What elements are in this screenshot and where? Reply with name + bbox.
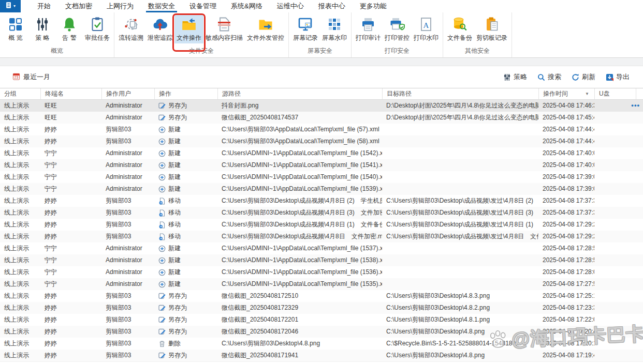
operation-cell: 新建 — [154, 135, 217, 147]
ribbon-item-1-2[interactable]: 策 略 — [29, 15, 56, 43]
column-header-3[interactable]: 操作用户 — [101, 88, 154, 99]
time-cell: 2025-04-08 17:44:45 — [538, 135, 594, 147]
file-outgoing-folder-icon — [258, 17, 273, 32]
ribbon-item-5-2[interactable]: 剪切板记录 — [474, 15, 509, 43]
toolbar-action-2[interactable]: 搜索 — [537, 72, 561, 82]
ribbon-group-label: 其他安全 — [445, 46, 509, 57]
app-menu-button[interactable]: ▾ — [0, 0, 21, 12]
menu-tab-8[interactable]: 报表中心 — [311, 0, 353, 12]
source-path-cell — [217, 362, 382, 364]
toolbar-action-3[interactable]: 刷新 — [572, 72, 595, 82]
terminal-cell: 宁宁 — [40, 159, 101, 171]
save-as-icon — [158, 328, 166, 336]
filter-dropdown-icon[interactable]: ▼ — [585, 88, 589, 99]
table-row[interactable]: 线上演示婷婷剪辑部03另存为微信截图_20250408171941C:\User… — [0, 350, 643, 361]
usb-cell — [594, 219, 636, 231]
table-row[interactable]: 线上演示宁宁Administrator新建C:\Users\ADMINI~1\A… — [0, 278, 643, 290]
table-row[interactable]: 线上演示婷婷剪辑部03另存为微信截图_20250408172201C:\User… — [0, 314, 643, 326]
ribbon-item-2-5[interactable]: 文件外发管控 — [245, 15, 286, 43]
table-row[interactable]: 线上演示婷婷剪辑部03移动C:\Users\剪辑部03\Desktop\成品视频… — [0, 219, 643, 231]
table-row[interactable]: 线上演示婷婷剪辑部03新建C:\Users\剪辑部03\AppData\Loca… — [0, 124, 643, 135]
table-row[interactable]: 线上演示宁宁Administrator新建C:\Users\ADMINI~1\A… — [0, 254, 643, 266]
ribbon-item-4-3[interactable]: A打印水印 — [412, 15, 441, 43]
operation-cell: 另存为 — [154, 314, 217, 326]
file-operation-folder-icon — [181, 17, 197, 32]
table-row[interactable]: 线上演示宁宁Administrator新建C:\Users\ADMINI~1\A… — [0, 147, 643, 159]
column-header-6[interactable]: 目标路径 — [382, 88, 538, 99]
table-row[interactable]: 线上演示宁宁Administrator新建C:\Users\ADMINI~1\A… — [0, 242, 643, 254]
user-cell: Administrator — [101, 171, 154, 183]
table-row[interactable]: 线上演示宁宁Administrator新建C:\Users\ADMINI~1\A… — [0, 183, 643, 195]
column-header-7[interactable]: 操作时间▼ — [538, 88, 594, 99]
operation-label: 新建 — [168, 159, 181, 171]
row-more-menu-icon[interactable]: ••• — [631, 100, 640, 111]
ribbon-item-2-4[interactable]: 敏感内容扫描 — [203, 15, 245, 43]
ribbon-item-3-2[interactable]: 屏幕水印 — [320, 15, 349, 43]
table-row[interactable]: 线上演示婷婷剪辑部03移动C:\Users\剪辑部03\Desktop\成品视频… — [0, 207, 643, 219]
operation-label: 新建 — [168, 124, 181, 135]
column-header-4[interactable]: 操作 — [154, 88, 217, 99]
table-row[interactable]: 线上演示宁宁Administrator新建C:\Users\ADMINI~1\A… — [0, 266, 643, 278]
table-row[interactable]: 线上演示婷婷剪辑部03移动C:\Users\剪辑部03\Desktop\成品视频… — [0, 195, 643, 207]
table-body: 线上演示旺旺Administrator另存为抖音封面.pngD:\Desktop… — [0, 100, 643, 361]
table-row[interactable]: 线上演示旺旺Administrator另存为微信截图_2025040817453… — [0, 112, 643, 124]
table-row[interactable]: 线上演示婷婷剪辑部03删除C:\Users\剪辑部03\Desktop\4.8.… — [0, 338, 643, 350]
log-table: 分组终端名操作用户操作源路径目标路径操作时间▼U盘 线上演示旺旺Administ… — [0, 88, 643, 361]
circulation-trace-icon — [123, 17, 139, 32]
table-row[interactable]: 线上演示宁宁Administrator新建C:\Users\ADMINI~1\A… — [0, 171, 643, 183]
menu-tab-5[interactable]: 设备管理 — [182, 0, 224, 12]
operation-label: 移动 — [168, 207, 181, 219]
group-cell: 线上演示 — [0, 135, 40, 147]
move-icon — [158, 198, 166, 205]
table-row[interactable]: 线上演示婷婷剪辑部03另存为微信截图_20250408172510C:\User… — [0, 290, 643, 302]
toolbar-action-label: 刷新 — [582, 72, 595, 82]
user-cell: Administrator — [101, 112, 154, 124]
toolbar: 23 最近一月 策略搜索刷新导出 — [0, 66, 643, 88]
ribbon-item-1-1[interactable]: 概 览 — [2, 15, 29, 43]
ribbon-item-2-1[interactable]: 流转追溯 — [116, 15, 145, 43]
date-range-filter[interactable]: 23 最近一月 — [12, 66, 50, 88]
table-row-partial[interactable]: 线上演示婷婷剪辑部03另存为 — [0, 362, 643, 364]
table-row[interactable]: 线上演示婷婷剪辑部03新建C:\Users\剪辑部03\AppData\Loca… — [0, 135, 643, 147]
source-path-cell: 微信截图_20250408172329 — [217, 302, 382, 314]
terminal-cell: 旺旺 — [40, 100, 101, 112]
table-row[interactable]: 线上演示婷婷剪辑部03另存为微信截图_20250408172046C:\User… — [0, 326, 643, 338]
table-row[interactable]: 线上演示宁宁Administrator新建C:\Users\ADMINI~1\A… — [0, 159, 643, 171]
column-header-2[interactable]: 终端名 — [40, 88, 101, 99]
menu-tab-4[interactable]: 数据安全 — [141, 0, 182, 12]
source-path-cell: 微信截图_20250408172046 — [217, 326, 382, 338]
toolbar-action-1[interactable]: 策略 — [503, 72, 527, 82]
ribbon-item-4-2[interactable]: 打印管控 — [383, 15, 412, 43]
menu-tab-3[interactable]: 上网行为 — [99, 0, 141, 12]
ribbon-item-4-1[interactable]: 打印审计 — [354, 15, 383, 43]
user-cell: 剪辑部03 — [101, 350, 154, 361]
table-row[interactable]: 线上演示婷婷剪辑部03另存为微信截图_20250408172329C:\User… — [0, 302, 643, 314]
menu-tab-1[interactable]: 开始 — [30, 0, 58, 12]
operation-label: 新建 — [168, 278, 181, 290]
usb-cell — [594, 362, 636, 364]
time-cell: 2025-04-08 17:40:03 — [538, 159, 594, 171]
usb-cell — [594, 183, 636, 195]
ribbon-item-2-3[interactable]: 文件操作 — [174, 15, 203, 43]
ribbon-items: 打印审计打印管控A打印水印 — [354, 12, 441, 43]
menu-tab-7[interactable]: 运维中心 — [270, 0, 311, 12]
ribbon-item-5-1[interactable]: 文件备份 — [445, 15, 474, 43]
menu-tab-2[interactable]: 文档加密 — [58, 0, 99, 12]
menu-tab-6[interactable]: 系统&网络 — [224, 0, 270, 12]
column-header-1[interactable]: 分组 — [0, 88, 40, 99]
time-cell: 2025-04-08 17:25:13 — [538, 290, 594, 302]
ribbon-item-1-3[interactable]: 告 警 — [56, 15, 83, 43]
refresh-icon — [572, 73, 579, 81]
ribbon-item-1-4[interactable]: 审批任务 — [83, 15, 112, 43]
table-row[interactable]: 线上演示旺旺Administrator另存为抖音封面.pngD:\Desktop… — [0, 100, 643, 112]
toolbar-action-4[interactable]: 导出 — [606, 72, 630, 82]
ribbon-item-2-2[interactable]: 泄密追踪 — [145, 15, 174, 43]
table-row[interactable]: 线上演示婷婷剪辑部03移动C:\Users\剪辑部03\Desktop\成品视频… — [0, 231, 643, 242]
ribbon-item-3-1[interactable]: 屏幕记录 — [291, 15, 320, 43]
date-range-label: 最近一月 — [23, 72, 50, 82]
menu-tab-9[interactable]: 更多功能 — [353, 0, 394, 12]
move-icon — [158, 233, 166, 240]
new-plus-icon — [158, 138, 166, 145]
column-header-5[interactable]: 源路径 — [217, 88, 382, 99]
column-header-8[interactable]: U盘 — [594, 88, 636, 99]
